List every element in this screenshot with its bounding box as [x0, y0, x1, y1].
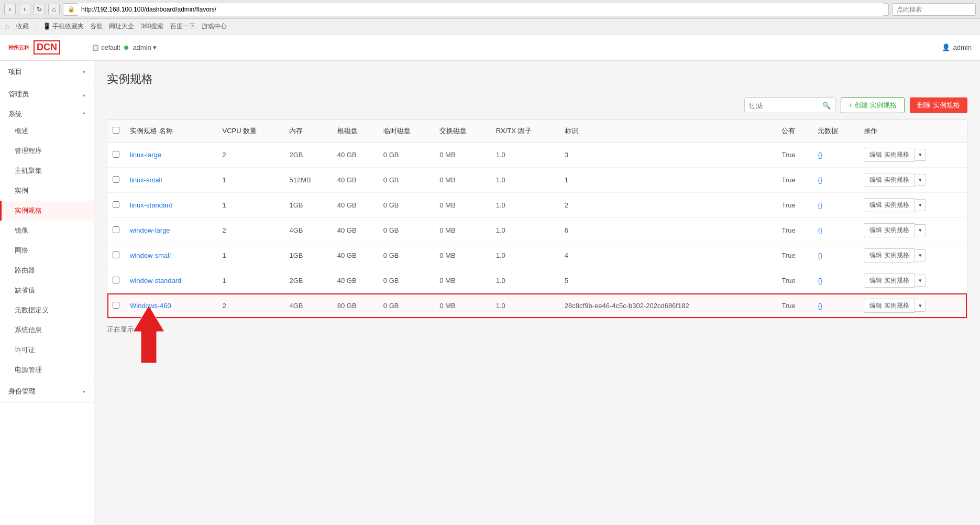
edit-flavor-button[interactable]: 编辑 实例规格 [864, 223, 915, 237]
sidebar-item-images[interactable]: 镜像 [0, 221, 94, 240]
sidebar-item-power[interactable]: 电源管理 [0, 360, 94, 380]
nav-back-button[interactable]: ‹ [4, 4, 16, 15]
create-flavor-button[interactable]: + 创建 实例规格 [841, 97, 905, 113]
browser-bar: ‹ › ↻ ⌂ 🔒 [0, 0, 980, 19]
bookmark-mobile[interactable]: 📱 手机收藏夹 [43, 22, 84, 31]
row-public: True [776, 168, 812, 193]
edit-dropdown-button[interactable]: ▾ [915, 300, 926, 312]
row-ephemeral: 0 GB [378, 243, 434, 268]
row-name: window-small [125, 243, 217, 268]
row-checkbox[interactable] [113, 176, 119, 183]
edit-dropdown-button[interactable]: ▾ [915, 224, 926, 236]
edit-flavor-button[interactable]: 编辑 实例规格 [864, 148, 915, 162]
sidebar-header-project[interactable]: 项目 ▾ [0, 61, 94, 83]
url-input[interactable] [77, 3, 884, 16]
row-vcpu: 1 [217, 243, 284, 268]
row-actions: 编辑 实例规格 ▾ [858, 268, 967, 293]
row-checkbox[interactable] [113, 302, 119, 309]
col-header-actions: 操作 [858, 120, 967, 143]
row-metadata: {} [812, 243, 858, 268]
col-header-rootdisk: 根磁盘 [332, 120, 378, 143]
sidebar-item-defaults[interactable]: 缺省值 [0, 280, 94, 300]
edit-dropdown-button[interactable]: ▾ [915, 174, 926, 186]
bookmark-360[interactable]: 360搜索 [140, 22, 163, 31]
row-memory: 2GB [284, 268, 332, 293]
row-checkbox[interactable] [113, 226, 119, 233]
edit-flavor-button[interactable]: 编辑 实例规格 [864, 274, 915, 288]
sidebar-item-license[interactable]: 许可证 [0, 340, 94, 360]
action-group: 编辑 实例规格 ▾ [864, 274, 962, 288]
sidebar-item-overview[interactable]: 概述 [0, 121, 94, 141]
row-checkbox[interactable] [113, 277, 119, 283]
row-actions: 编辑 实例规格 ▾ [858, 293, 967, 319]
sidebar-header-identity[interactable]: 身份管理 ▾ [0, 380, 94, 402]
edit-flavor-button[interactable]: 编辑 实例规格 [864, 248, 915, 262]
delete-flavor-button[interactable]: 删除 实例规格 [910, 97, 967, 113]
row-rxtx: 1.0 [491, 218, 559, 243]
row-checkbox[interactable] [113, 251, 119, 258]
edit-flavor-button[interactable]: 编辑 实例规格 [864, 299, 915, 313]
table-row: window-large 2 4GB 40 GB 0 GB 0 MB 1.0 6… [107, 218, 967, 243]
row-vcpu: 1 [217, 193, 284, 218]
bookmark-favorites[interactable]: 收藏 [16, 22, 29, 31]
nav-home-button[interactable]: ⌂ [48, 4, 60, 15]
table-body: linux-large 2 2GB 40 GB 0 GB 0 MB 1.0 3 … [107, 143, 967, 319]
select-all-checkbox[interactable] [113, 127, 119, 134]
bookmark-webdaquan[interactable]: 网址大全 [109, 22, 134, 31]
sidebar-item-instances[interactable]: 实例 [0, 181, 94, 201]
row-rootdisk: 40 GB [332, 168, 378, 193]
row-id: 2 [559, 193, 761, 218]
row-public: True [776, 243, 812, 268]
row-metadata: {} [812, 218, 858, 243]
nav-refresh-button[interactable]: ↻ [34, 4, 45, 15]
sidebar-identity-label: 身份管理 [8, 387, 36, 396]
sidebar-system-header[interactable]: 系统 ▴ [0, 105, 94, 121]
edit-flavor-button[interactable]: 编辑 实例规格 [864, 198, 915, 212]
sidebar-item-routers[interactable]: 路由器 [0, 260, 94, 280]
sidebar-header-admin[interactable]: 管理员 ▴ [0, 83, 94, 105]
row-checkbox[interactable] [113, 201, 119, 208]
edit-flavor-button[interactable]: 编辑 实例规格 [864, 173, 915, 187]
chevron-up-icon: ▴ [83, 92, 85, 97]
row-metadata: {} [812, 193, 858, 218]
sidebar-item-hypervisors[interactable]: 管理程序 [0, 141, 94, 161]
edit-dropdown-button[interactable]: ▾ [915, 275, 926, 287]
row-public: True [776, 218, 812, 243]
filter-input[interactable] [749, 102, 822, 110]
row-checkbox-cell [107, 143, 125, 168]
sidebar-admin-label: 管理员 [8, 90, 29, 99]
row-rootdisk: 40 GB [332, 143, 378, 168]
chevron-identity-icon: ▾ [83, 389, 85, 395]
row-name: window-standard [125, 268, 217, 293]
row-public: True [776, 293, 812, 319]
edit-dropdown-button[interactable]: ▾ [915, 199, 926, 211]
row-swap: 0 MB [434, 193, 490, 218]
sidebar-item-networks[interactable]: 网络 [0, 240, 94, 260]
bookmark-baidu[interactable]: 百度一下 [170, 22, 195, 31]
sidebar-item-sysinfo[interactable]: 系统信息 [0, 320, 94, 340]
user-icon: 👤 [942, 43, 950, 51]
col-header-swap: 交换磁盘 [434, 120, 490, 143]
table-row: linux-large 2 2GB 40 GB 0 GB 0 MB 1.0 3 … [107, 143, 967, 168]
flavors-table-container: 实例规格 名称 VCPU 数量 内存 根磁盘 临时磁盘 交换磁盘 RX/TX 因… [107, 119, 967, 319]
main-content: 实例规格 🔍 + 创建 实例规格 删除 实例规格 实例规格 名称 VCPU [94, 61, 980, 525]
sidebar-item-metadata[interactable]: 元数据定义 [0, 300, 94, 320]
sidebar-item-flavors[interactable]: 实例规格 [0, 201, 94, 221]
browser-search-input[interactable] [892, 3, 976, 16]
row-vcpu: 1 [217, 168, 284, 193]
col-header-id: 标识 [559, 120, 761, 143]
edit-dropdown-button[interactable]: ▾ [915, 249, 926, 261]
bookmark-games[interactable]: 游戏中心 [202, 22, 227, 31]
row-spacer [761, 193, 777, 218]
nav-forward-button[interactable]: › [19, 4, 30, 15]
bookmark-google[interactable]: 谷歌 [90, 22, 103, 31]
row-ephemeral: 0 GB [378, 168, 434, 193]
row-checkbox[interactable] [113, 151, 119, 158]
admin-dropdown[interactable]: admin ▾ [133, 43, 157, 51]
status-count: 正在显示 7 项 [107, 325, 967, 334]
col-header-rxtx: RX/TX 因子 [491, 120, 559, 143]
table-row: linux-small 1 512MB 40 GB 0 GB 0 MB 1.0 … [107, 168, 967, 193]
sidebar-item-aggregates[interactable]: 主机聚集 [0, 161, 94, 181]
row-rxtx: 1.0 [491, 243, 559, 268]
edit-dropdown-button[interactable]: ▾ [915, 149, 926, 161]
